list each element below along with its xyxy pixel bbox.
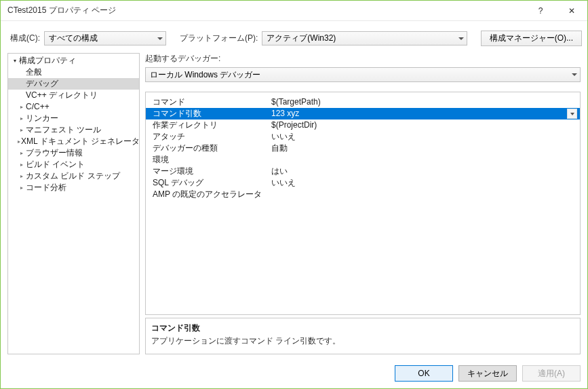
config-value: すべての構成 [49, 33, 98, 44]
config-combo[interactable]: すべての構成 [44, 31, 166, 45]
help-button[interactable]: ? [525, 1, 556, 20]
close-button[interactable]: ✕ [556, 1, 587, 20]
grid-row-command-args[interactable]: コマンド引数123 xyz [146, 108, 580, 119]
grid-row-amp[interactable]: AMP の既定のアクセラレータ [146, 189, 580, 200]
tree-expand-icon[interactable] [18, 172, 25, 180]
tree-item-browser[interactable]: ブラウザー情報 [8, 147, 139, 159]
window: CTest2015 プロパティ ページ ? ✕ 構成(C): すべての構成 プラ… [0, 0, 588, 389]
footer: OK キャンセル 適用(A) [1, 360, 587, 388]
config-row: 構成(C): すべての構成 プラットフォーム(P): アクティブ(Win32) … [1, 21, 587, 53]
chevron-down-icon [572, 73, 577, 76]
grid-row-attach[interactable]: アタッチいいえ [146, 131, 580, 143]
platform-value: アクティブ(Win32) [267, 33, 336, 44]
platform-label: プラットフォーム(P): [180, 33, 258, 44]
tree-item-codeanalysis[interactable]: コード分析 [8, 182, 139, 193]
config-manager-button[interactable]: 構成マネージャー(O)... [481, 31, 582, 46]
description-title: コマンド引数 [151, 322, 574, 334]
tree-item-vcdirs[interactable]: VC++ ディレクトリ [8, 90, 139, 101]
platform-combo[interactable]: アクティブ(Win32) [262, 31, 467, 45]
tree[interactable]: 構成プロパティ 全般 デバッグ VC++ ディレクトリ C/C++ リンカー マ… [7, 53, 140, 354]
help-icon: ? [538, 6, 543, 16]
tree-expand-icon[interactable] [18, 184, 25, 191]
debugger-combo[interactable]: ローカル Windows デバッガー [145, 67, 581, 82]
close-icon: ✕ [568, 6, 575, 16]
tree-item-manifest[interactable]: マニフェスト ツール [8, 124, 139, 136]
tree-expand-icon[interactable] [18, 138, 20, 145]
tree-expand-icon[interactable] [18, 103, 25, 111]
grid-dropdown-button[interactable] [567, 109, 577, 119]
tree-item-buildevents[interactable]: ビルド イベント [8, 159, 139, 170]
description-text: アプリケーションに渡すコマンド ライン引数です。 [151, 335, 574, 347]
debugger-value: ローカル Windows デバッガー [150, 69, 260, 81]
titlebar: CTest2015 プロパティ ページ ? ✕ [1, 1, 587, 21]
tree-expand-icon[interactable] [18, 115, 25, 122]
tree-root[interactable]: 構成プロパティ [8, 55, 139, 67]
grid-row-merge-env[interactable]: マージ環境はい [146, 166, 580, 177]
chevron-down-icon [570, 113, 574, 115]
tree-item-linker[interactable]: リンカー [8, 113, 139, 124]
ok-button[interactable]: OK [395, 365, 453, 382]
property-grid[interactable]: コマンド$(TargetPath) コマンド引数123 xyz 作業ディレクトリ… [145, 92, 581, 315]
body: 構成プロパティ 全般 デバッグ VC++ ディレクトリ C/C++ リンカー マ… [1, 53, 587, 360]
tree-item-general[interactable]: 全般 [8, 67, 139, 78]
grid-row-environment[interactable]: 環境 [146, 154, 580, 166]
grid-row-debugger-type[interactable]: デバッガーの種類自動 [146, 143, 580, 154]
right-pane: 起動するデバッガー: ローカル Windows デバッガー コマンド$(Targ… [145, 53, 581, 354]
tree-item-ccpp[interactable]: C/C++ [8, 101, 139, 113]
window-title: CTest2015 プロパティ ページ [7, 5, 525, 16]
grid-row-workingdir[interactable]: 作業ディレクトリ$(ProjectDir) [146, 119, 580, 131]
tree-expand-icon[interactable] [18, 149, 25, 157]
chevron-down-icon [157, 37, 163, 40]
apply-button[interactable]: 適用(A) [522, 365, 581, 382]
tree-item-xmldoc[interactable]: XML ドキュメント ジェネレーター [8, 136, 139, 147]
description-pane: コマンド引数 アプリケーションに渡すコマンド ライン引数です。 [145, 318, 581, 354]
chevron-down-icon [458, 37, 464, 40]
config-label: 構成(C): [10, 33, 40, 44]
grid-row-command[interactable]: コマンド$(TargetPath) [146, 96, 580, 108]
grid-row-sql-debug[interactable]: SQL デバッグいいえ [146, 177, 580, 189]
tree-expand-icon[interactable] [18, 126, 25, 134]
tree-expand-icon[interactable] [18, 161, 25, 168]
tree-item-debug[interactable]: デバッグ [8, 78, 139, 90]
tree-expand-icon[interactable] [11, 57, 18, 64]
cancel-button[interactable]: キャンセル [458, 365, 517, 382]
debugger-label: 起動するデバッガー: [145, 53, 581, 64]
tree-item-custombuild[interactable]: カスタム ビルド ステップ [8, 170, 139, 182]
